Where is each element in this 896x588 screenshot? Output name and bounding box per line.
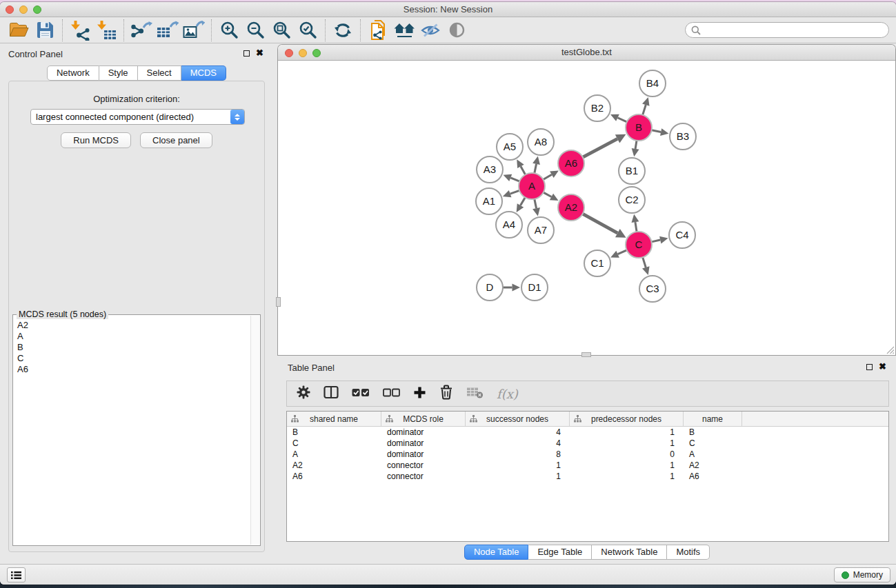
cell-shared-name[interactable]: A2	[287, 460, 381, 471]
cell-predecessor-nodes[interactable]: 1	[570, 460, 684, 471]
show-columns-button[interactable]	[323, 385, 339, 402]
edge-C-C3[interactable]	[643, 257, 646, 267]
close-panel-icon[interactable]: ✖	[256, 48, 263, 59]
cell-predecessor-nodes[interactable]: 1	[570, 427, 684, 438]
new-network-from-selection-button[interactable]	[365, 19, 391, 42]
edge-A-A4[interactable]	[521, 197, 526, 205]
export-table-button[interactable]	[155, 19, 181, 42]
memory-button[interactable]: Memory	[834, 567, 890, 582]
edge-A-A5[interactable]	[521, 166, 526, 174]
zoom-fit-button[interactable]	[268, 19, 295, 42]
column-header-successor-nodes[interactable]: successor nodes	[466, 412, 570, 426]
cell-MCDS-role[interactable]: connector	[381, 460, 466, 471]
open-session-button[interactable]	[6, 19, 32, 42]
delete-column-button[interactable]	[439, 385, 453, 403]
edge-C-C1[interactable]	[618, 250, 627, 254]
edge-A-A2[interactable]	[544, 192, 552, 196]
table-row[interactable]: Adominator80A	[287, 449, 888, 460]
function-builder-button[interactable]: f(x)	[497, 387, 518, 401]
edge-A-A6[interactable]	[543, 174, 551, 179]
import-table-button[interactable]	[93, 19, 119, 42]
result-scrollbar[interactable]	[250, 316, 259, 545]
tab-network-table[interactable]: Network Table	[592, 545, 667, 560]
table-row[interactable]: Cdominator41C	[287, 438, 888, 449]
cell-predecessor-nodes[interactable]: 1	[570, 438, 684, 449]
tab-edge-table[interactable]: Edge Table	[528, 545, 592, 560]
cell-successor-nodes[interactable]: 4	[466, 438, 570, 449]
tab-select[interactable]: Select	[138, 65, 181, 81]
cell-MCDS-role[interactable]: dominator	[381, 449, 466, 460]
refresh-button[interactable]	[330, 19, 356, 42]
column-header-MCDS-role[interactable]: MCDS role	[381, 412, 466, 426]
result-item[interactable]: A6	[17, 364, 250, 375]
edge-B-B3[interactable]	[652, 130, 661, 132]
splitter-grip[interactable]	[276, 297, 281, 307]
first-neighbors-button[interactable]	[391, 19, 417, 42]
table-row[interactable]: A2connector11A2	[287, 460, 888, 471]
edge-C-C4[interactable]	[652, 240, 661, 242]
zoom-selected-button[interactable]	[295, 19, 321, 42]
column-header-predecessor-nodes[interactable]: predecessor nodes	[570, 412, 684, 426]
import-network-button[interactable]	[67, 19, 93, 42]
zoom-in-button[interactable]	[216, 19, 242, 42]
tab-motifs[interactable]: Motifs	[667, 545, 710, 560]
edge-C-C2[interactable]	[635, 222, 637, 232]
cell-name[interactable]: B	[684, 427, 742, 438]
resize-grip-icon[interactable]	[886, 345, 895, 354]
tab-network[interactable]: Network	[47, 65, 99, 81]
select-all-button[interactable]	[352, 387, 370, 401]
tab-mcds[interactable]: MCDS	[181, 65, 226, 81]
cell-MCDS-role[interactable]: connector	[381, 471, 466, 482]
result-item[interactable]: A2	[17, 320, 250, 331]
edge-A-A7[interactable]	[535, 199, 537, 209]
edge-A-A3[interactable]	[510, 178, 519, 181]
edge-B-B2[interactable]	[617, 118, 626, 122]
cell-shared-name[interactable]: C	[287, 438, 381, 449]
cell-MCDS-role[interactable]: dominator	[381, 438, 466, 449]
cell-successor-nodes[interactable]: 1	[466, 460, 570, 471]
criterion-dropdown[interactable]: largest connected component (directed)	[30, 109, 245, 125]
delete-table-button[interactable]	[466, 386, 484, 401]
network-canvas[interactable]: AA1A2A3A4A5A6A7A8BB1B2B3B4CC1C2C3C4DD1	[278, 61, 895, 355]
tab-style[interactable]: Style	[99, 65, 138, 81]
search-input[interactable]	[701, 24, 888, 37]
save-session-button[interactable]	[32, 19, 58, 42]
hide-selected-button[interactable]	[417, 19, 444, 42]
table-row[interactable]: Bdominator41B	[287, 427, 888, 438]
result-item[interactable]: C	[17, 353, 250, 364]
cell-shared-name[interactable]: B	[287, 427, 381, 438]
cell-name[interactable]: A	[684, 449, 742, 460]
cell-predecessor-nodes[interactable]: 1	[570, 471, 684, 482]
zoom-out-button[interactable]	[242, 19, 268, 42]
export-network-button[interactable]	[128, 19, 155, 42]
cell-name[interactable]: C	[684, 438, 742, 449]
cell-predecessor-nodes[interactable]: 0	[570, 449, 684, 460]
result-item[interactable]: A	[17, 331, 250, 342]
float-panel-icon[interactable]	[866, 364, 873, 370]
table-settings-button[interactable]	[297, 385, 310, 402]
close-panel-icon[interactable]: ✖	[879, 361, 886, 372]
show-all-button[interactable]	[444, 19, 470, 42]
splitter-grip[interactable]	[581, 352, 591, 357]
edge-B-B4[interactable]	[643, 105, 646, 115]
cell-successor-nodes[interactable]: 1	[466, 471, 570, 482]
add-column-button[interactable]	[413, 386, 426, 402]
column-header-name[interactable]: name	[684, 412, 742, 426]
result-item[interactable]: B	[17, 342, 250, 353]
tab-node-table[interactable]: Node Table	[464, 545, 529, 560]
edge-B-B1[interactable]	[635, 141, 637, 149]
table-row[interactable]: A6connector11A6	[287, 471, 888, 482]
cell-successor-nodes[interactable]: 4	[466, 427, 570, 438]
edge-A-A1[interactable]	[510, 190, 519, 194]
search-field[interactable]	[685, 22, 889, 38]
unselect-all-button[interactable]	[383, 387, 400, 401]
edge-A6-B[interactable]	[583, 139, 617, 157]
cell-successor-nodes[interactable]: 8	[466, 449, 570, 460]
float-panel-icon[interactable]	[243, 50, 250, 57]
edge-A2-C[interactable]	[583, 214, 618, 233]
close-panel-button[interactable]: Close panel	[140, 132, 212, 148]
run-mcds-button[interactable]: Run MCDS	[61, 132, 131, 148]
show-panels-button[interactable]	[7, 567, 26, 582]
cell-name[interactable]: A6	[684, 471, 742, 482]
cell-MCDS-role[interactable]: dominator	[381, 427, 466, 438]
